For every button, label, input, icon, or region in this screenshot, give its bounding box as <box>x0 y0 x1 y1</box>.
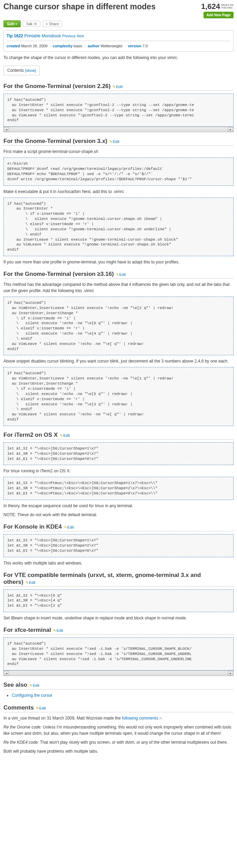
external-link[interactable]: following comments <box>122 716 161 721</box>
paragraph: This method has the advantage compared t… <box>3 281 234 294</box>
code-block: if has("autocmd") au InsertEnter * silen… <box>3 637 234 671</box>
section-seealso: See also✎Edit <box>3 682 234 689</box>
horizontal-scrollbar[interactable]: ◄► <box>3 671 234 676</box>
comment-paragraph: Re the Gnome code: Unless I'm misunderst… <box>3 724 234 736</box>
paragraph: Set IBeam shape in insert mode, underlin… <box>3 615 234 621</box>
page-count: 1,624 <box>201 2 220 11</box>
add-page-button[interactable]: Add New Page <box>204 12 234 18</box>
paragraph: First make a script gnome-terminal-curso… <box>3 148 234 155</box>
paragraph: In theory, the escape sequence could be … <box>3 503 234 509</box>
paragraph: For tmux running in iTerm2 on OS X: <box>3 468 234 474</box>
page-title: Change cursor shape in different modes <box>3 2 156 11</box>
edit-section-link[interactable]: ✎Edit <box>112 85 122 89</box>
toc-box: Contents [show] <box>3 66 40 75</box>
code-block: if has("autocmd") au VimEnter,InsertLeav… <box>3 297 234 355</box>
paragraph: Above snippet disables cursor blinking. … <box>3 358 234 364</box>
see-also-link[interactable]: Configuring the cursor <box>12 693 52 698</box>
paragraph: If you use more than one profile in gnom… <box>3 259 234 265</box>
comment-paragraph: In a vim_use thread on 31 March 2009, Ma… <box>3 715 234 721</box>
edit-section-link[interactable]: ✎Edit <box>109 139 119 144</box>
section-gnome3x: For the Gnome-Terminal (version 3.x)✎Edi… <box>3 138 234 146</box>
code-block: #!/bin/sh DEFAULTPROF=`dconf read /org/g… <box>3 157 234 185</box>
edit-section-link[interactable]: ✎Edit <box>116 272 126 277</box>
talk-button[interactable]: Talk0 <box>23 21 41 27</box>
edit-section-link[interactable]: ✎Edit <box>64 525 74 529</box>
section-comments: Comments✎Edit <box>3 704 234 712</box>
paragraph: This works with multiple tabs and window… <box>3 560 234 566</box>
paragraph: Make it executable & put it in /usr/loca… <box>3 189 234 195</box>
edit-section-link[interactable]: ✎Edit <box>26 580 36 585</box>
edit-button[interactable]: Edit <box>3 20 21 27</box>
edit-section-link[interactable]: ✎Edit <box>29 683 39 687</box>
code-block: let &t_SI = "\<Esc>]50;CursorShape=1\x7"… <box>3 534 234 557</box>
wiki-stats: 1,624 PAGES ONTHIS WIKI Add New Page <box>201 2 234 18</box>
printable-link[interactable]: Printable Monobook <box>24 33 61 38</box>
tip-box: Tip 1622 Printable Monobook Previous Nex… <box>3 30 234 52</box>
section-iterm2: For iTerm2 on OS X✎Edit <box>3 432 234 440</box>
tip-number: Tip 1622 <box>7 33 23 38</box>
next-link[interactable]: Next <box>77 34 84 38</box>
comment-paragraph: Re the KDE4 code: That won't play nicely… <box>3 739 234 745</box>
code-block: let &t_SI = "\<Esc>[6 q" let &t_SR = "\<… <box>3 589 234 613</box>
code-block: if has("autocmd") au VimEnter,InsertLeav… <box>3 367 234 426</box>
prev-link[interactable]: Previous <box>62 34 76 38</box>
edit-section-link[interactable]: ✎Edit <box>60 433 70 437</box>
section-gnome316: For the Gnome-Terminal (version ≥3.16)✎E… <box>3 271 234 279</box>
code-block: let &t_SI = "\<Esc>]50;CursorShape=1\x7"… <box>3 442 234 465</box>
edit-section-link[interactable]: ✎Edit <box>36 706 46 710</box>
code-block: if has("autocmd") au InsertEnter * silen… <box>3 94 234 127</box>
section-konsole: For Konsole in KDE4✎Edit <box>3 523 234 531</box>
paragraph: NOTE: These do not work with the default… <box>3 512 234 518</box>
intro-text: To change the shape of the cursor in dif… <box>3 55 234 61</box>
section-vte: For VTE compatible terminals (urxvt, st,… <box>3 572 234 587</box>
code-block: if has("autocmd") au InsertEnter * \ if … <box>3 197 234 256</box>
comment-paragraph: Both will probably have problems with mu… <box>3 748 234 754</box>
metadata: created March 28, 2009 · complexity basi… <box>7 42 230 49</box>
code-block: let &t_SI = "\<Esc>Ptmux;\<Esc>\<Esc>]50… <box>3 477 234 500</box>
share-button[interactable]: < Share <box>42 21 62 27</box>
toc-toggle[interactable]: [show] <box>25 68 36 73</box>
section-xfce: For xfce-terminal✎Edit <box>3 627 234 635</box>
edit-section-link[interactable]: ✎Edit <box>53 628 63 633</box>
horizontal-scrollbar[interactable]: ◄► <box>3 127 234 132</box>
section-gnome226: For the Gnome-Terminal (version 2.26)✎Ed… <box>3 83 234 91</box>
